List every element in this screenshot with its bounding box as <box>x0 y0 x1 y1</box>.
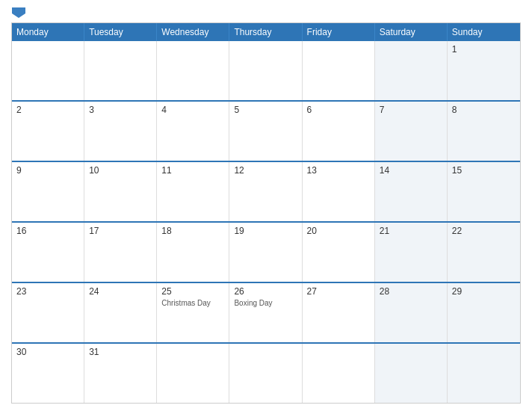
logo-flag-icon <box>12 7 25 18</box>
day-number: 9 <box>16 165 79 176</box>
day-number: 28 <box>380 286 442 297</box>
day-number: 1 <box>452 44 516 55</box>
day-number: 11 <box>161 165 224 176</box>
day-cell: 13 <box>303 162 375 221</box>
day-event-label: Boxing Day <box>234 298 297 308</box>
day-cell <box>157 41 229 100</box>
day-cell: 24 <box>84 283 157 342</box>
calendar-page: MondayTuesdayWednesdayThursdayFridaySatu… <box>0 0 532 411</box>
header <box>11 7 521 18</box>
week-row-5: 232425Christmas Day26Boxing Day272829 <box>12 282 520 342</box>
day-cell <box>229 41 302 100</box>
calendar-grid: MondayTuesdayWednesdayThursdayFridaySatu… <box>11 22 521 404</box>
day-number: 22 <box>452 226 516 236</box>
day-number: 5 <box>234 105 297 115</box>
day-cell: 12 <box>229 162 302 221</box>
day-cell: 16 <box>12 223 84 282</box>
day-cell: 3 <box>84 102 157 161</box>
weeks-container: 1234567891011121314151617181920212223242… <box>12 41 520 403</box>
day-cell: 8 <box>448 102 520 161</box>
day-number: 23 <box>16 286 79 297</box>
day-cell <box>375 344 448 403</box>
day-number: 27 <box>307 286 370 297</box>
day-number: 21 <box>380 226 442 236</box>
day-cell <box>84 41 157 100</box>
day-number: 8 <box>452 105 516 115</box>
day-header-saturday: Saturday <box>375 23 448 41</box>
day-cell <box>303 41 375 100</box>
day-cell <box>229 344 302 403</box>
day-cell: 20 <box>303 223 375 282</box>
day-header-monday: Monday <box>12 23 84 41</box>
day-header-thursday: Thursday <box>229 23 302 41</box>
svg-marker-0 <box>12 7 25 18</box>
day-headers-row: MondayTuesdayWednesdayThursdayFridaySatu… <box>12 23 520 41</box>
day-cell: 30 <box>12 344 84 403</box>
day-cell: 25Christmas Day <box>157 283 229 342</box>
day-number: 18 <box>161 226 224 236</box>
day-number: 2 <box>16 105 79 115</box>
day-cell: 15 <box>448 162 520 221</box>
day-cell <box>448 344 520 403</box>
day-number: 10 <box>89 165 152 176</box>
day-cell: 7 <box>375 102 448 161</box>
day-header-friday: Friday <box>303 23 375 41</box>
day-number: 14 <box>380 165 442 176</box>
day-number: 19 <box>234 226 297 236</box>
day-number: 7 <box>380 105 442 115</box>
day-cell: 11 <box>157 162 229 221</box>
day-cell: 6 <box>303 102 375 161</box>
day-number: 16 <box>16 226 79 236</box>
day-number: 20 <box>307 226 370 236</box>
day-cell: 19 <box>229 223 302 282</box>
day-cell: 18 <box>157 223 229 282</box>
day-cell: 5 <box>229 102 302 161</box>
day-cell: 9 <box>12 162 84 221</box>
day-event-label: Christmas Day <box>161 298 224 308</box>
day-cell: 14 <box>375 162 448 221</box>
day-number: 17 <box>89 226 152 236</box>
day-cell: 22 <box>448 223 520 282</box>
day-cell <box>375 41 448 100</box>
day-cell: 2 <box>12 102 84 161</box>
day-number: 13 <box>307 165 370 176</box>
day-number: 25 <box>161 286 224 297</box>
day-cell: 4 <box>157 102 229 161</box>
day-header-tuesday: Tuesday <box>84 23 157 41</box>
day-cell <box>157 344 229 403</box>
day-cell: 27 <box>303 283 375 342</box>
day-cell: 26Boxing Day <box>229 283 302 342</box>
day-cell: 1 <box>448 41 520 100</box>
day-number: 30 <box>16 347 79 357</box>
day-number: 29 <box>452 286 516 297</box>
week-row-1: 1 <box>12 41 520 100</box>
day-number: 26 <box>234 286 297 297</box>
day-cell: 21 <box>375 223 448 282</box>
week-row-4: 16171819202122 <box>12 221 520 282</box>
day-number: 15 <box>452 165 516 176</box>
day-cell: 10 <box>84 162 157 221</box>
day-cell: 23 <box>12 283 84 342</box>
day-cell: 17 <box>84 223 157 282</box>
day-number: 3 <box>89 105 152 115</box>
week-row-2: 2345678 <box>12 100 520 161</box>
week-row-3: 9101112131415 <box>12 161 520 221</box>
week-row-6: 3031 <box>12 342 520 403</box>
day-number: 12 <box>234 165 297 176</box>
day-cell: 31 <box>84 344 157 403</box>
day-header-sunday: Sunday <box>448 23 520 41</box>
day-cell <box>303 344 375 403</box>
logo <box>11 7 78 18</box>
day-cell: 29 <box>448 283 520 342</box>
day-header-wednesday: Wednesday <box>157 23 229 41</box>
day-cell <box>12 41 84 100</box>
day-cell: 28 <box>375 283 448 342</box>
day-number: 24 <box>89 286 152 297</box>
day-number: 31 <box>89 347 152 357</box>
day-number: 4 <box>161 105 224 115</box>
day-number: 6 <box>307 105 370 115</box>
